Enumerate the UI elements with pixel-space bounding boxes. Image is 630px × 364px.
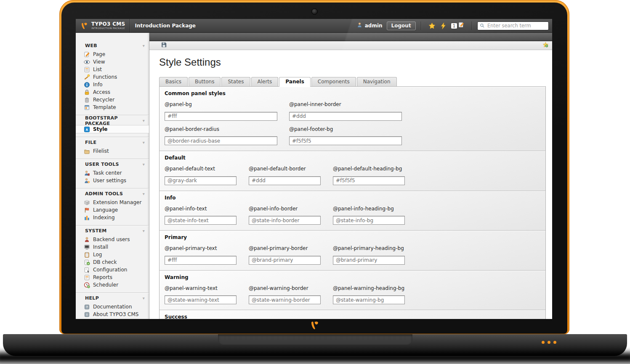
form-field-panel-primary-heading-bg: @panel-primary-heading-bg <box>333 245 405 265</box>
star-icon[interactable] <box>428 22 436 29</box>
sidebar-item-language[interactable]: Language <box>76 206 149 214</box>
sidebar-item-reports[interactable]: Reports <box>76 274 149 281</box>
logout-button[interactable]: Logout <box>387 21 416 30</box>
search-icon <box>480 22 485 30</box>
section-header-web[interactable]: WEB▾ <box>76 43 149 48</box>
sidebar-item-page[interactable]: Page <box>76 50 149 58</box>
user-menu[interactable]: admin <box>356 22 383 29</box>
input-panel-primary-border[interactable] <box>249 256 321 265</box>
field-label: @panel-footer-bg <box>289 126 402 132</box>
sidebar-item-indexing[interactable]: Indexing <box>76 214 149 221</box>
field-label: @panel-info-border <box>249 206 321 212</box>
field-label: @panel-warning-text <box>165 285 237 291</box>
input-panel-primary-text[interactable] <box>165 256 237 265</box>
input-panel-footer-bg[interactable] <box>289 136 402 145</box>
tab-buttons[interactable]: Buttons <box>189 77 221 86</box>
sidebar-item-scheduler[interactable]: Scheduler <box>76 281 149 289</box>
input-panel-info-border[interactable] <box>249 216 321 225</box>
section-header-user-tools[interactable]: USER TOOLS▾ <box>76 162 149 167</box>
manual-icon: M <box>84 319 90 319</box>
sidebar-item-label: Filelist <box>93 148 109 154</box>
input-panel-inner-border[interactable] <box>289 112 402 121</box>
form-field-panel-border-radius: @panel-border-radius <box>165 126 277 146</box>
section-header-file[interactable]: FILE▾ <box>76 140 149 145</box>
input-panel-warning-text[interactable] <box>165 295 237 304</box>
base-indicator-dots <box>542 341 556 344</box>
section-label: BOOTSTRAP PACKAGE <box>85 115 143 126</box>
form-field-panel-primary-border: @panel-primary-border <box>249 245 321 265</box>
module-title: Introduction Package <box>135 23 196 29</box>
sidebar-item-info[interactable]: Info <box>76 81 149 88</box>
sidebar-item-extension-manager[interactable]: Extension Manager <box>76 199 149 206</box>
sidebar-section-bootstrap-package: BOOTSTRAP PACKAGE▾Style <box>76 115 149 137</box>
open-docs-button[interactable]: 1 <box>451 21 465 30</box>
form-field-panel-footer-bg: @panel-footer-bg <box>289 126 402 146</box>
tab-components[interactable]: Components <box>311 77 356 86</box>
input-panel-warning-heading-bg[interactable] <box>333 295 405 304</box>
input-panel-default-text[interactable] <box>165 176 237 185</box>
sidebar-item-view[interactable]: View <box>76 58 149 66</box>
brand-title: TYPO3 CMS <box>91 21 125 27</box>
section-header-help[interactable]: HELP▾ <box>76 295 149 301</box>
section-header-admin-tools[interactable]: ADMIN TOOLS▾ <box>76 191 149 197</box>
section-header-system[interactable]: SYSTEM▾ <box>76 228 149 234</box>
sidebar-item-install[interactable]: Install <box>76 243 149 251</box>
sidebar-section-admin-tools: ADMIN TOOLS▾Extension ManagerLanguageInd… <box>76 189 149 226</box>
typo3-brand[interactable]: TYPO3 CMS INTRODUCTION PACKAGE <box>76 19 130 32</box>
sidebar-item-recycler[interactable]: Recycler <box>76 96 149 104</box>
input-panel-warning-border[interactable] <box>249 295 321 304</box>
add-bookmark-button[interactable] <box>542 42 549 50</box>
star-plus-icon <box>542 42 549 50</box>
sidebar-item-label: Indexing <box>93 215 115 221</box>
sidebar-item-configuration[interactable]: Configuration <box>76 266 149 274</box>
typo3-logo-bezel-icon <box>309 320 320 331</box>
sidebar-item-label: Language <box>93 207 118 213</box>
field-label: @panel-default-heading-bg <box>333 166 405 172</box>
sidebar-item-label: Page <box>93 51 105 57</box>
configuration-icon <box>84 267 90 273</box>
form-field-panel-default-border: @panel-default-border <box>249 166 321 185</box>
sidebar-item-filelist[interactable]: Filelist <box>76 147 149 155</box>
typo3-logo-icon <box>80 21 89 30</box>
sidebar-item-user-settings[interactable]: User settings <box>76 177 149 184</box>
template-icon <box>84 104 90 111</box>
page-title: Style Settings <box>159 57 552 68</box>
input-panel-default-border[interactable] <box>249 176 321 185</box>
form-field-panel-info-border: @panel-info-border <box>249 206 321 225</box>
form-section-warning: Warning@panel-warning-text@panel-warning… <box>159 271 545 311</box>
save-button[interactable] <box>161 42 167 50</box>
search-input[interactable] <box>486 22 546 29</box>
section-header-bootstrap-package[interactable]: BOOTSTRAP PACKAGE▾ <box>76 118 149 123</box>
sidebar-item-label: Info <box>93 82 103 88</box>
sidebar-item-typo3-manual[interactable]: MTYPO3 Manual <box>76 318 149 319</box>
tab-states[interactable]: States <box>221 77 250 86</box>
sidebar-item-documentation[interactable]: ?Documentation <box>76 303 149 311</box>
lightning-icon[interactable] <box>440 22 447 29</box>
sidebar-item-template[interactable]: Template <box>76 104 149 111</box>
sidebar-item-style[interactable]: Style <box>76 125 149 133</box>
input-panel-border-radius[interactable] <box>165 136 277 145</box>
sidebar-item-log[interactable]: Log <box>76 251 149 258</box>
section-label: WEB <box>85 43 97 48</box>
field-label: @panel-primary-heading-bg <box>333 245 405 251</box>
input-panel-primary-heading-bg[interactable] <box>333 256 405 265</box>
sidebar-item-backend-users[interactable]: Backend users <box>76 236 149 243</box>
input-panel-default-heading-bg[interactable] <box>333 176 405 185</box>
search-box <box>477 21 549 30</box>
tab-alerts[interactable]: Alerts <box>251 77 279 86</box>
sidebar-item-access[interactable]: Access <box>76 88 149 96</box>
input-panel-info-text[interactable] <box>165 216 237 225</box>
sidebar-item-label: Documentation <box>93 304 132 310</box>
sidebar-item-db-check[interactable]: DB check <box>76 258 149 266</box>
sidebar-item-list[interactable]: List <box>76 66 149 73</box>
tab-basics[interactable]: Basics <box>159 77 188 86</box>
sidebar-item-task-center[interactable]: Task center <box>76 169 149 177</box>
sidebar-item-about-typo3-cms[interactable]: iAbout TYPO3 CMS <box>76 311 149 318</box>
input-panel-bg[interactable] <box>165 112 277 121</box>
tab-panels[interactable]: Panels <box>279 77 311 87</box>
sidebar-item-functions[interactable]: Functions <box>76 73 149 81</box>
input-panel-info-heading-bg[interactable] <box>333 216 405 225</box>
form-section-info: Info@panel-info-text@panel-info-border@p… <box>159 191 545 231</box>
tab-navigation[interactable]: Navigation <box>357 77 397 86</box>
field-label: @panel-default-text <box>165 166 237 172</box>
